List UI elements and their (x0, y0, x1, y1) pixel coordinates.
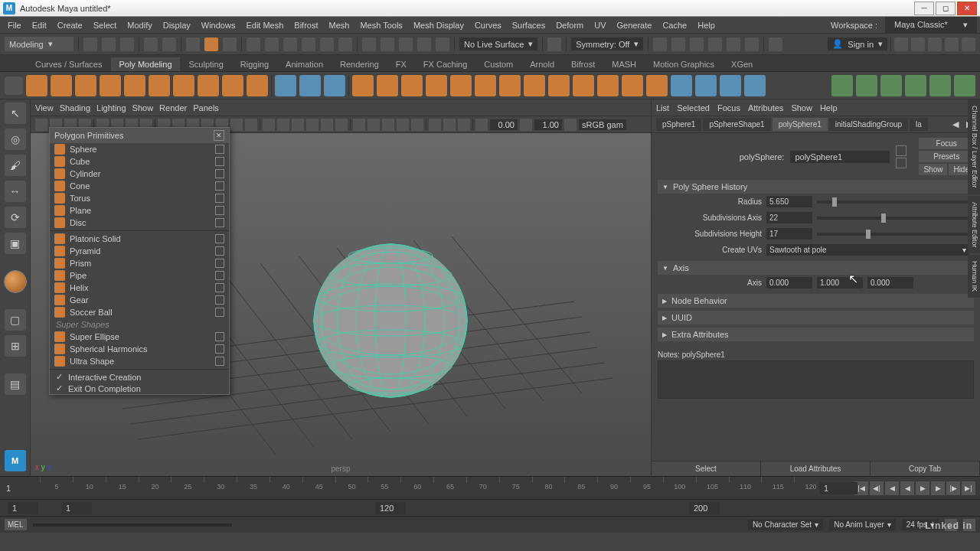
menu-meshdisplay[interactable]: Mesh Display (409, 19, 469, 31)
shelf-icon[interactable] (275, 75, 296, 96)
vp-menu-view[interactable]: View (35, 103, 54, 112)
shelf-icon[interactable] (377, 75, 398, 96)
shelf-icon[interactable] (573, 75, 594, 96)
axis-z-field[interactable]: 0.000 (867, 277, 913, 289)
create-uvs-dropdown[interactable]: Sawtooth at pole▾ (766, 244, 969, 256)
attr-menu-list[interactable]: List (656, 103, 669, 112)
lasso-tool[interactable]: ◎ (5, 129, 26, 150)
group-node-behavior[interactable]: ▶Node Behavior (658, 294, 974, 308)
popup-close-icon[interactable]: ✕ (214, 130, 224, 141)
notes-textarea[interactable] (658, 360, 974, 399)
prim-superellipse[interactable]: Super Ellipse (50, 331, 229, 343)
vp-icon[interactable] (368, 119, 380, 131)
shelf-icon[interactable] (548, 75, 570, 96)
shelf-icon[interactable] (744, 75, 766, 96)
poly-torus-icon[interactable] (124, 75, 145, 96)
layout-single-icon[interactable]: ▢ (5, 309, 26, 331)
shelf-icon[interactable] (622, 75, 643, 96)
mask-icon[interactable] (265, 37, 279, 51)
step-back-key-icon[interactable]: ◀| (870, 481, 884, 495)
attr-tab-prev[interactable]: ◀ (949, 118, 962, 131)
vp-icon[interactable] (443, 119, 456, 131)
range-start-field[interactable]: 1 (8, 502, 38, 514)
menu-cache[interactable]: Cache (658, 19, 691, 31)
layout-icon[interactable]: ▤ (5, 373, 26, 395)
shelf-icon[interactable] (597, 75, 619, 96)
vp-icon[interactable] (306, 119, 318, 131)
shelf-icon[interactable] (671, 75, 692, 96)
menuset-dropdown[interactable]: Modeling▾ (5, 37, 74, 51)
save-scene-icon[interactable] (120, 37, 134, 51)
poly-type-icon[interactable] (222, 75, 243, 96)
prim-ultrashape[interactable]: Ultra Shape (50, 355, 229, 367)
attr-tab-psphere1[interactable]: pSphere1 (656, 118, 701, 131)
sidetab-humanik[interactable]: Human IK (968, 255, 980, 298)
move-tool[interactable]: ↔ (5, 181, 26, 202)
panel-toggle-icon[interactable] (928, 37, 942, 51)
prim-cylinder[interactable]: Cylinder (50, 168, 229, 180)
option-box-icon[interactable] (215, 206, 224, 215)
attr-tab-polysphere1[interactable]: polySphere1 (773, 118, 828, 131)
vp-icon[interactable] (335, 119, 348, 131)
panel-toggle-icon[interactable] (894, 37, 908, 51)
render-icon[interactable] (727, 37, 740, 51)
goto-end-icon[interactable]: ▶| (962, 481, 975, 495)
option-box-icon[interactable] (215, 194, 224, 203)
menu-edit[interactable]: Edit (28, 19, 51, 31)
vp-icon[interactable] (382, 119, 394, 131)
redo-icon[interactable] (162, 37, 176, 51)
shelf-icon[interactable] (450, 75, 472, 96)
mask-icon[interactable] (283, 37, 297, 51)
poly-svg-icon[interactable] (247, 75, 268, 96)
layout-four-icon[interactable]: ⊞ (5, 335, 26, 357)
poly-cone-icon[interactable] (100, 75, 121, 96)
live-surface-dropdown[interactable]: No Live Surface▾ (459, 37, 537, 51)
vp-icon[interactable] (230, 119, 243, 131)
vp-icon[interactable] (245, 119, 257, 131)
vp-icon[interactable] (397, 119, 409, 131)
shelf-icon[interactable] (426, 75, 447, 96)
select-mode-icon[interactable] (186, 37, 200, 51)
menu-display[interactable]: Display (158, 19, 195, 31)
snap-icon[interactable] (362, 37, 376, 51)
playback-end-field[interactable]: 120 (375, 502, 406, 514)
prim-prism[interactable]: Prism (50, 257, 229, 269)
poly-sphere-icon[interactable] (26, 75, 47, 96)
group-poly-sphere-history[interactable]: ▼Poly Sphere History (658, 180, 974, 194)
select-mode-active-icon[interactable] (204, 37, 218, 51)
shelf-tab-xgen[interactable]: XGen (724, 57, 760, 71)
shelf-icon[interactable] (720, 75, 741, 96)
menu-uv[interactable]: UV (590, 19, 610, 31)
select-mode-icon[interactable] (223, 37, 237, 51)
paint-tool[interactable]: 🖌 (5, 155, 26, 176)
option-box-icon[interactable] (215, 259, 224, 268)
vp-icon[interactable] (292, 119, 304, 131)
option-box-icon[interactable] (215, 218, 224, 227)
poly-platonic-icon[interactable] (198, 75, 219, 96)
menu-surfaces[interactable]: Surfaces (508, 19, 550, 31)
vp-icon[interactable] (263, 119, 275, 131)
vp-menu-show[interactable]: Show (132, 103, 154, 112)
prim-soccer[interactable]: Soccer Ball (50, 306, 229, 318)
group-uuid[interactable]: ▶UUID (658, 311, 974, 324)
vp-menu-shading[interactable]: Shading (60, 103, 90, 112)
group-axis[interactable]: ▼Axis (658, 261, 974, 275)
mask-icon[interactable] (338, 37, 352, 51)
render-icon[interactable] (708, 37, 722, 51)
option-box-icon[interactable] (215, 332, 224, 341)
shelf-tab-rendering[interactable]: Rendering (332, 57, 387, 71)
vp-icon[interactable] (35, 119, 47, 131)
range-slider[interactable]: 1 1 120 200 (0, 499, 980, 516)
sidetab-channelbox[interactable]: Channel Box / Layer Editor (968, 99, 980, 194)
shelf-tab-mash[interactable]: MASH (604, 57, 644, 71)
option-box-icon[interactable] (215, 157, 224, 166)
subdiv-height-field[interactable]: 17 (766, 228, 812, 240)
axis-y-field[interactable]: 1.000 (817, 277, 863, 289)
select-button[interactable]: Select (652, 461, 761, 476)
vp-icon[interactable] (411, 119, 423, 131)
step-forward-icon[interactable]: ▶ (931, 481, 945, 495)
io-icon[interactable] (896, 145, 906, 156)
shelf-icon[interactable] (905, 75, 926, 96)
show-button[interactable]: Show (919, 164, 947, 175)
history-icon[interactable] (547, 37, 561, 51)
